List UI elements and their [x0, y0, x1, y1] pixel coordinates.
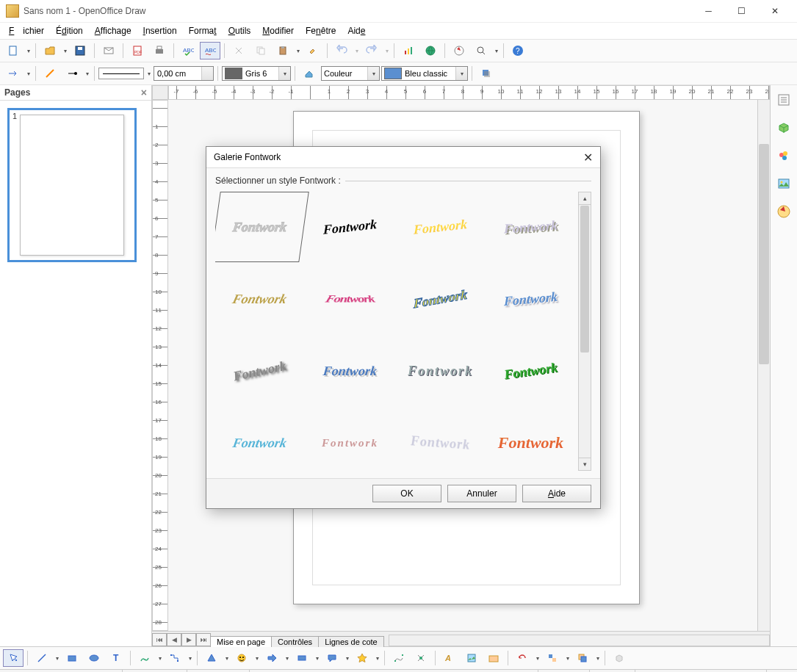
autospell-button[interactable]: ABC: [200, 42, 220, 59]
cut-button[interactable]: [228, 42, 249, 59]
page-thumbnail[interactable]: 1: [7, 108, 137, 262]
fontwork-style-15[interactable]: Fontwork: [396, 405, 485, 471]
line-style-combo[interactable]: [98, 68, 144, 79]
extrusion-tool[interactable]: [609, 649, 630, 667]
connector-tool[interactable]: [165, 649, 185, 667]
spellcheck-button[interactable]: ABC: [178, 42, 198, 59]
gallery-scrollbar[interactable]: ▴▾: [578, 192, 591, 471]
new-button[interactable]: [3, 42, 24, 59]
arrange-tool[interactable]: [572, 649, 593, 667]
select-tool[interactable]: [3, 649, 24, 667]
line-tool[interactable]: [32, 649, 52, 667]
email-button[interactable]: [98, 42, 119, 59]
dialog-close-icon[interactable]: ✕: [583, 151, 593, 165]
ellipse-tool[interactable]: [84, 649, 104, 667]
horizontal-scrollbar[interactable]: [389, 635, 770, 646]
save-button[interactable]: [70, 42, 90, 59]
sidebar-gallery-icon[interactable]: [773, 145, 794, 166]
vertical-ruler[interactable]: 1234567891011121314151617181920212223242…: [152, 100, 168, 631]
fontwork-style-2[interactable]: Fontwork: [306, 192, 394, 267]
paste-button[interactable]: [273, 42, 293, 59]
basic-shapes-tool[interactable]: [201, 649, 222, 667]
tab-nav-prev[interactable]: ◀: [167, 633, 181, 646]
line-color-button[interactable]: [40, 65, 60, 82]
symbol-shapes-tool[interactable]: [231, 649, 252, 667]
print-button[interactable]: [149, 42, 170, 59]
fontwork-style-1[interactable]: Fontwork: [215, 192, 309, 262]
open-dropdown[interactable]: ▾: [62, 48, 68, 54]
curve-tool[interactable]: [134, 649, 155, 667]
fontwork-style-14[interactable]: Fontwork: [306, 408, 394, 471]
fill-color-combo[interactable]: Bleu classic ▾: [381, 66, 468, 81]
block-arrows-tool[interactable]: [262, 649, 282, 667]
fontwork-style-4[interactable]: Fontwork: [486, 192, 575, 265]
close-button[interactable]: ✕: [758, 1, 791, 21]
vertical-scrollbar[interactable]: [757, 100, 770, 631]
fontwork-style-7[interactable]: Fontwork: [396, 256, 485, 342]
tab-nav-next[interactable]: ▶: [181, 633, 196, 646]
line-end-button[interactable]: [62, 65, 82, 82]
navigator-button[interactable]: [449, 42, 469, 59]
fontwork-style-10[interactable]: Fontwork: [302, 336, 398, 406]
menu-help[interactable]: Aide: [343, 24, 369, 37]
export-pdf-button[interactable]: PDF: [127, 42, 148, 59]
callouts-tool[interactable]: [322, 649, 342, 667]
sidebar-image-icon[interactable]: [773, 173, 794, 194]
tab-controls[interactable]: Contrôles: [271, 636, 319, 647]
area-button[interactable]: [299, 65, 320, 82]
rotate-tool[interactable]: [512, 649, 533, 667]
fontwork-style-16[interactable]: Fontwork: [486, 408, 575, 471]
fontwork-style-11[interactable]: Fontwork: [396, 336, 485, 406]
fontwork-style-3[interactable]: Fontwork: [396, 192, 485, 267]
cancel-button[interactable]: Annuler: [447, 485, 516, 502]
gallery-tool[interactable]: [483, 649, 504, 667]
sidebar-navigator-icon[interactable]: [773, 201, 794, 222]
menu-format[interactable]: Format: [184, 24, 221, 37]
fontwork-style-12[interactable]: Fontwork: [482, 330, 575, 412]
minimize-button[interactable]: ─: [692, 1, 725, 21]
fontwork-style-8[interactable]: Fontwork: [486, 260, 575, 339]
points-tool[interactable]: [389, 649, 409, 667]
align-tool[interactable]: [542, 649, 563, 667]
arrow-style-button[interactable]: [3, 65, 24, 82]
fontwork-style-9[interactable]: Fontwork: [215, 327, 311, 414]
line-color-combo[interactable]: Gris 6 ▾: [222, 66, 291, 81]
sidebar-properties-icon[interactable]: [773, 90, 794, 110]
line-width-spinner[interactable]: 0,00 cm: [154, 66, 214, 81]
fontwork-tool[interactable]: A: [439, 649, 460, 667]
gluepoints-tool[interactable]: [411, 649, 431, 667]
shadow-button[interactable]: [476, 65, 497, 82]
copy-button[interactable]: [250, 42, 271, 59]
menu-view[interactable]: Affichage: [90, 24, 136, 37]
redo-button[interactable]: [361, 42, 382, 59]
menu-window[interactable]: Fenêtre: [301, 24, 340, 37]
fill-type-combo[interactable]: Couleur ▾: [321, 66, 380, 81]
fontwork-style-13[interactable]: Fontwork: [215, 408, 310, 471]
text-tool[interactable]: T: [106, 649, 126, 667]
help-button[interactable]: Aide: [522, 485, 591, 502]
new-dropdown[interactable]: ▾: [25, 48, 32, 54]
menu-tools[interactable]: Outils: [224, 24, 256, 37]
ok-button[interactable]: OK: [372, 485, 441, 502]
sidebar-3d-icon[interactable]: [773, 118, 794, 138]
undo-button[interactable]: [331, 42, 352, 59]
tab-dimlines[interactable]: Lignes de cote: [318, 636, 384, 647]
help-button[interactable]: ?: [508, 42, 528, 59]
zoom-button[interactable]: [471, 42, 491, 59]
open-button[interactable]: [40, 42, 60, 59]
maximize-button[interactable]: ☐: [725, 1, 758, 21]
menu-insert[interactable]: Insertion: [139, 24, 181, 37]
stars-tool[interactable]: [352, 649, 372, 667]
flowchart-tool[interactable]: [292, 649, 312, 667]
from-file-tool[interactable]: [461, 649, 482, 667]
pages-panel-close-icon[interactable]: ×: [141, 87, 147, 98]
rect-tool[interactable]: [62, 649, 82, 667]
tab-nav-last[interactable]: ⏭: [196, 633, 211, 646]
menu-edit[interactable]: Édition: [51, 24, 87, 37]
paste-dropdown[interactable]: ▾: [295, 48, 301, 54]
menu-file[interactable]: Fichier: [4, 24, 48, 37]
tab-layout[interactable]: Mise en page: [210, 636, 272, 647]
chart-button[interactable]: [398, 42, 419, 59]
horizontal-ruler[interactable]: -7-6-5-4-3-2-112345678910111213141516171…: [168, 85, 770, 100]
menu-modify[interactable]: Modifier: [258, 24, 298, 37]
